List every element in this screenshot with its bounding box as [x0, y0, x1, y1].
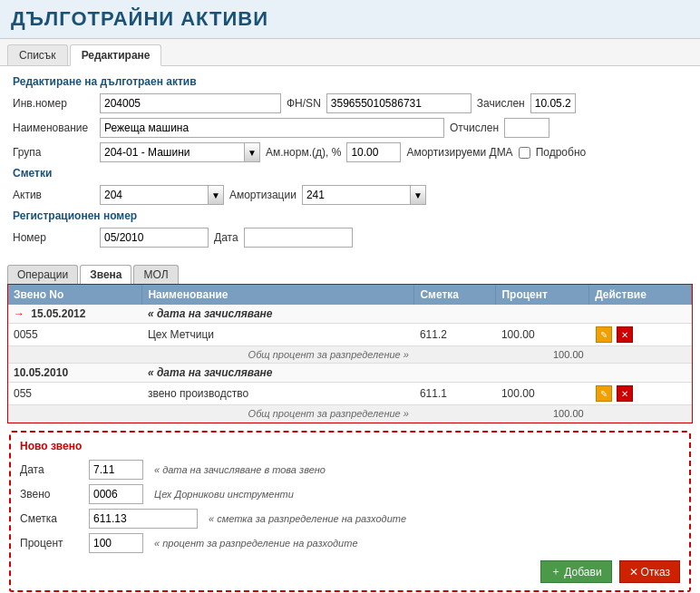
aktiv-dropdown-btn[interactable]: ▼ [209, 185, 224, 205]
novo-zveno-title: Ново звено [20, 440, 680, 452]
novo-data-input[interactable] [89, 460, 143, 480]
delete-button-2[interactable]: ✕ [617, 385, 633, 402]
data-reg-input[interactable] [244, 228, 353, 248]
aktiv-select-wrap: ▼ [100, 185, 224, 205]
zachislen-label: Зачислен [477, 97, 525, 110]
smetki-row: Актив ▼ Амортизации ▼ [13, 185, 687, 205]
group2-date-hint: « дата на зачисляване [142, 364, 414, 383]
zvena-table-area: Звено No Наименование Сметка Процент Дей… [7, 284, 693, 423]
amort-dma-label: Амортизируеми ДМА [406, 146, 512, 159]
novo-data-hint: « дата на зачисляване в това звено [154, 464, 326, 475]
aktiv-input[interactable] [100, 185, 209, 205]
tab-edit[interactable]: Редактиране [70, 44, 162, 66]
group1-date-hint: « дата на зачисляване [142, 305, 414, 324]
grupa-label: Група [13, 146, 94, 159]
page-header: ДЪЛГОТРАЙНИ АКТИВИ [0, 0, 700, 39]
novo-smetka-row: Сметка « сметка за разпределение на разх… [20, 509, 680, 529]
sub-tab-bar: Операции Звена МОЛ [0, 261, 700, 284]
group1-date: → 15.05.2012 [8, 305, 142, 324]
group2-total-label: Общ процент за разпределение » [142, 405, 414, 423]
novo-zveno-section: Ново звено Дата « дата на зачисляване в … [9, 431, 691, 592]
cancel-icon: ✕ [629, 566, 638, 578]
novo-procent-row: Процент « процент за разпределение на ра… [20, 533, 680, 553]
table-row: 055 звено производство 611.1 100.00 ✎ ✕ [8, 383, 692, 405]
data-reg-label: Дата [214, 231, 238, 244]
novo-smetka-input[interactable] [89, 509, 198, 529]
add-icon: ＋ [550, 564, 561, 579]
th-procent: Процент [496, 285, 589, 305]
otchislen-input[interactable] [504, 118, 549, 138]
podrobno-label: Подробно [536, 146, 587, 159]
novo-smetka-label: Сметка [20, 512, 83, 525]
amort-dma-checkbox[interactable] [519, 147, 530, 159]
sub-tab-operacii[interactable]: Операции [7, 265, 78, 284]
group2-actions: ✎ ✕ [589, 383, 692, 405]
arrow-indicator: → [14, 307, 24, 320]
novo-zveno-hint: Цех Дорникови инструменти [154, 489, 294, 500]
edit-button-2[interactable]: ✎ [596, 385, 612, 402]
group2-name: звено производство [142, 383, 414, 405]
inv-input[interactable] [100, 93, 281, 113]
group1-actions: ✎ ✕ [589, 324, 692, 346]
novo-zveno-input[interactable] [89, 484, 143, 504]
amort-dropdown-btn[interactable]: ▼ [411, 185, 426, 205]
novo-zveno-row: Звено Цех Дорникови инструменти [20, 484, 680, 504]
group1-total-label: Общ процент за разпределение » [142, 346, 414, 364]
main-tab-bar: Списък Редактиране [0, 39, 700, 66]
add-label: Добави [564, 566, 601, 578]
form-section-title: Редактиране на дълготраен актив [13, 75, 687, 88]
grupa-select-wrap: ▼ [100, 142, 260, 162]
novo-data-label: Дата [20, 463, 83, 476]
sub-tab-mol[interactable]: МОЛ [133, 265, 178, 284]
naim-input[interactable] [100, 118, 444, 138]
zachislen-input[interactable] [530, 93, 576, 113]
table-row: 0055 Цех Метчици 611.2 100.00 ✎ ✕ [8, 324, 692, 346]
novo-btn-row: ＋ Добави ✕ Отказ [20, 560, 680, 583]
grupa-select[interactable] [100, 142, 245, 162]
table-row: Общ процент за разпределение » 100.00 [8, 405, 692, 423]
novo-smetka-hint: « сметка за разпределение на разходите [209, 513, 406, 524]
amort-input[interactable] [302, 185, 411, 205]
edit-button-1[interactable]: ✎ [596, 326, 612, 343]
table-row: 10.05.2010 « дата на зачисляване [8, 364, 692, 383]
table-row: Общ процент за разпределение » 100.00 [8, 346, 692, 364]
naim-row: Наименование Отчислен [13, 118, 687, 138]
th-zveno-no: Звено No [8, 285, 142, 305]
th-smetka: Сметка [414, 285, 496, 305]
nomer-input[interactable] [100, 228, 209, 248]
reg-row: Номер Дата [13, 228, 687, 248]
aktiv-label: Актив [13, 189, 94, 201]
page-container: ДЪЛГОТРАЙНИ АКТИВИ Списък Редактиране Ре… [0, 0, 700, 593]
delete-button-1[interactable]: ✕ [617, 326, 633, 343]
table-row: → 15.05.2012 « дата на зачисляване [8, 305, 692, 324]
fh-input[interactable] [326, 93, 472, 113]
group2-date: 10.05.2010 [8, 364, 142, 383]
group1-procent: 100.00 [496, 324, 589, 346]
group1-total-value: 100.00 [496, 346, 589, 364]
amort-select-wrap: ▼ [302, 185, 426, 205]
grupa-dropdown-btn[interactable]: ▼ [245, 142, 260, 162]
cancel-button[interactable]: ✕ Отказ [619, 560, 680, 583]
sub-tab-zvena[interactable]: Звена [80, 265, 131, 284]
nomer-label: Номер [13, 231, 94, 244]
tab-list[interactable]: Списък [7, 44, 68, 65]
group2-zveno: 055 [8, 383, 142, 405]
novo-data-row: Дата « дата на зачисляване в това звено [20, 460, 680, 480]
group1-name: Цех Метчици [142, 324, 414, 346]
th-deistvie: Действие [589, 285, 692, 305]
smetki-title: Сметки [13, 167, 687, 180]
zvena-table: Звено No Наименование Сметка Процент Дей… [8, 285, 692, 423]
inv-row: Инв.номер ФН/SN Зачислен [13, 93, 687, 113]
novo-procent-input[interactable] [89, 533, 143, 553]
am-label: Ам.норм.(д), % [266, 146, 341, 159]
add-button[interactable]: ＋ Добави [540, 560, 611, 583]
cancel-label: Отказ [641, 566, 670, 578]
inv-label: Инв.номер [13, 97, 94, 110]
edit-section: Редактиране на дълготраен актив Инв.номе… [0, 66, 700, 261]
amort-smetki-label: Амортизации [229, 189, 297, 201]
group2-smetka: 611.1 [414, 383, 496, 405]
am-input[interactable] [346, 142, 401, 162]
group2-procent: 100.00 [496, 383, 589, 405]
th-naim: Наименование [142, 285, 414, 305]
otchislen-label: Отчислен [450, 122, 499, 134]
